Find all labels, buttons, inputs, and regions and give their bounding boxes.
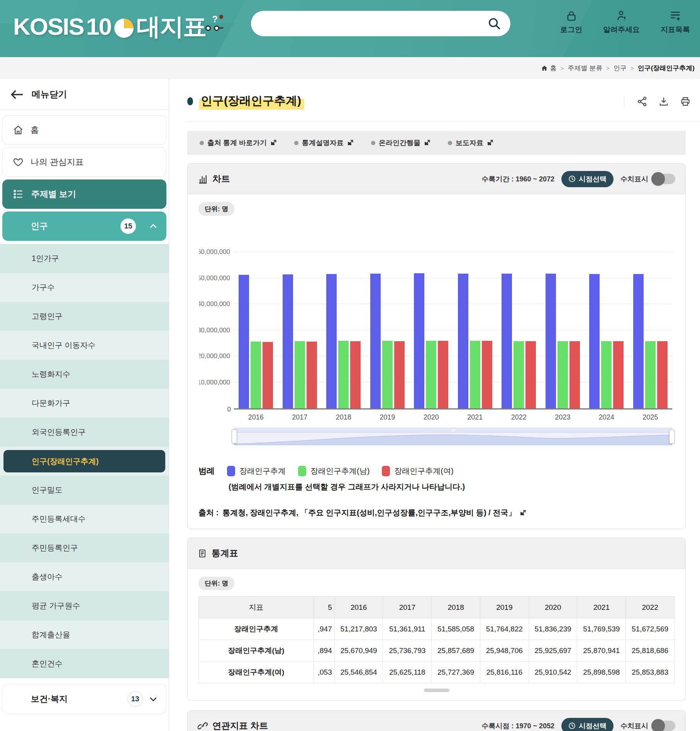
recording-period-label: 수록기간 : 1960 ~ 2072 <box>481 174 554 184</box>
bar[interactable] <box>283 274 293 408</box>
bar[interactable] <box>326 274 337 408</box>
search-button[interactable] <box>486 15 503 32</box>
bar[interactable] <box>251 342 261 408</box>
sidebar-sub-item[interactable]: 가구수 <box>0 273 169 302</box>
bar[interactable] <box>502 274 512 408</box>
sidebar-sub-item[interactable]: 평균 가구원수 <box>0 591 169 620</box>
bar[interactable] <box>569 341 580 408</box>
bar[interactable] <box>558 341 568 408</box>
bar[interactable] <box>239 275 249 408</box>
breadcrumb-separator: > <box>561 65 564 71</box>
sidebar-sub-item[interactable]: 출생아수 <box>0 562 169 591</box>
chart-card: 차트 수록기간 : 1960 ~ 2072 시점선택 수치표시 <box>187 163 686 529</box>
stats-table-header: 통계표 <box>188 538 685 569</box>
quick-link-label: 보도자료 <box>456 138 483 147</box>
bar[interactable] <box>525 341 536 409</box>
sidebar-item-topic-view[interactable]: 주제별 보기 <box>2 179 166 209</box>
value-display-toggle[interactable] <box>652 174 675 184</box>
sidebar-sub-item[interactable]: 주민등록세대수 <box>0 504 169 533</box>
value-display-toggle[interactable] <box>652 721 675 731</box>
login-button[interactable]: 로그인 <box>560 9 582 35</box>
bar[interactable] <box>645 341 656 408</box>
table-horizontal-scrollbar[interactable] <box>424 689 449 692</box>
bar[interactable] <box>601 341 612 408</box>
sidebar: 메뉴닫기 홈 나의 관심지표 주제별 보기 <box>0 79 169 731</box>
navigator-right-handle[interactable] <box>669 430 675 444</box>
bar[interactable] <box>633 274 644 408</box>
source-row: 출처 : 통계청, 장래인구추계, 「주요 인구지표(성비,인구성장률,인구구조… <box>198 508 675 518</box>
print-button[interactable] <box>680 96 691 107</box>
bar[interactable] <box>370 274 381 408</box>
bar[interactable] <box>295 341 305 408</box>
menu-close-button[interactable]: 메뉴닫기 <box>0 79 169 110</box>
bar[interactable] <box>438 341 448 408</box>
time-select-button[interactable]: 시점선택 <box>561 171 614 187</box>
sidebar-category-health-welfare[interactable]: 보건·복지 13 <box>2 684 166 714</box>
sidebar-sub-item[interactable]: 인구밀도 <box>0 475 169 504</box>
legend-item[interactable]: 장래인구추계(남) <box>298 466 369 476</box>
bar[interactable] <box>546 274 556 408</box>
breadcrumb-item[interactable]: 홈 <box>541 64 557 73</box>
bar[interactable] <box>350 341 361 408</box>
bullet-dot-icon <box>371 141 375 145</box>
sidebar-item-home[interactable]: 홈 <box>2 115 166 145</box>
sidebar-category-population[interactable]: 인구 15 <box>2 212 166 241</box>
sidebar-sub-item[interactable]: 외국인등록인구 <box>0 418 169 447</box>
sidebar-sub-item[interactable]: 1인가구 <box>0 244 169 273</box>
search-input[interactable] <box>262 16 486 31</box>
indicator-list-button[interactable]: 지표목록 <box>661 9 690 35</box>
related-chart-header: 연관지표 차트 수록시점 : 1970 ~ 2052 시점선택 수치표시 <box>188 711 685 731</box>
x-axis-line <box>234 408 672 409</box>
x-axis-tick-label: 2023 <box>541 413 585 421</box>
time-select-button[interactable]: 시점선택 <box>561 718 614 731</box>
quick-link[interactable]: 보도자료 <box>448 138 493 147</box>
bar[interactable] <box>414 273 424 408</box>
sidebar-sub-item[interactable]: 인구(장래인구추계) <box>0 447 169 475</box>
bar[interactable] <box>382 341 393 408</box>
sidebar-sub-item[interactable]: 혼인건수 <box>0 649 169 678</box>
sidebar-sub-item-label: 가구수 <box>0 282 169 293</box>
kosis-logo[interactable]: KOSIS 10 대지표 ? <box>13 10 212 43</box>
bar[interactable] <box>514 341 524 408</box>
bar-group <box>322 252 366 408</box>
stats-column-header: 2016 <box>334 597 383 618</box>
bar[interactable] <box>307 342 317 408</box>
sidebar-sub-item[interactable]: 노령화지수 <box>0 360 169 389</box>
breadcrumb-item[interactable]: 인구(장래인구추계) <box>638 64 695 73</box>
breadcrumb-item[interactable]: 주제별 분류 <box>568 64 602 73</box>
navigator-left-handle[interactable] <box>232 430 237 444</box>
toggle-knob <box>651 719 665 731</box>
sidebar-sub-item[interactable]: 합계출산율 <box>0 620 169 649</box>
bar[interactable] <box>589 274 600 408</box>
bar[interactable] <box>263 342 273 408</box>
chevron-down-icon <box>148 694 158 704</box>
stats-column-header: 2018 <box>432 597 480 618</box>
quick-link[interactable]: 통계설명자료 <box>294 138 353 147</box>
breadcrumb-item[interactable]: 인구 <box>614 64 627 73</box>
download-button[interactable] <box>658 96 669 107</box>
sidebar-item-favorites[interactable]: 나의 관심지표 <box>2 147 166 177</box>
quick-link[interactable]: 출처 통계 바로가기 <box>200 138 276 147</box>
legend-item[interactable]: 장래인구추계 <box>227 466 286 476</box>
legend-item[interactable]: 장래인구추계(여) <box>382 466 453 476</box>
bar[interactable] <box>338 341 349 408</box>
bar[interactable] <box>470 341 480 408</box>
bar[interactable] <box>394 341 405 408</box>
bar[interactable] <box>482 341 492 408</box>
notify-button[interactable]: 알려주세요 <box>603 9 640 35</box>
bar[interactable] <box>426 341 436 408</box>
logo-text-kosis: KOSIS <box>13 10 84 43</box>
share-button[interactable] <box>637 96 647 107</box>
quick-link[interactable]: 온라인간행물 <box>371 138 430 147</box>
sidebar-sub-item[interactable]: 주민등록인구 <box>0 533 169 562</box>
sidebar-sub-item[interactable]: 다문화가구 <box>0 389 169 418</box>
quick-link-label: 온라인간행물 <box>379 138 420 147</box>
bar[interactable] <box>613 341 624 408</box>
range-navigator[interactable] <box>234 428 672 445</box>
sidebar-sub-item[interactable]: 고령인구 <box>0 302 169 331</box>
sidebar-sub-item[interactable]: 국내인구 이동자수 <box>0 331 169 360</box>
bar[interactable] <box>458 274 468 408</box>
bar[interactable] <box>657 341 668 408</box>
row-label-cell: 장래인구추계 <box>199 618 314 640</box>
logo-text-suffix: 대지표 <box>137 10 206 43</box>
